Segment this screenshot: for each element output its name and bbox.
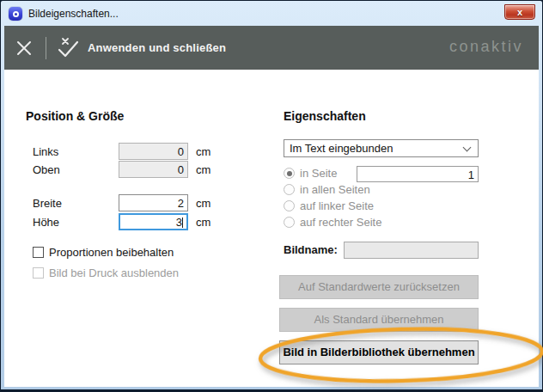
text-mode-select[interactable]: Im Text eingebunden [284,139,479,157]
oben-label: Oben [33,163,60,176]
set-as-default-button: Als Standard übernehmen [279,308,479,332]
app-icon-ring [13,11,19,17]
radio-auf-rechter-seite-label: auf rechter Seite [300,216,381,229]
radio-icon [284,217,295,228]
page-number-input[interactable]: 1 [357,166,479,182]
dialog-window: Bildeigenschaften... x Anwenden und schl… [0,0,543,392]
druck-ausblenden-checkbox-label: Bild bei Druck ausblenden [49,266,179,279]
eigenschaften-heading: Eigenschaften [284,109,366,123]
window-title: Bildeigenschaften... [28,8,119,20]
bildname-input [344,242,479,259]
breite-input[interactable]: 2 [119,194,188,211]
apply-and-close-label: Anwenden und schließen [88,41,226,54]
hoehe-value: 3 [176,216,182,229]
proportionen-checkbox-label: Proportionen beibehalten [49,246,174,259]
apply-and-close-button[interactable]: Anwenden und schließen [57,35,226,61]
toolbar: Anwenden und schließen conaktiv [4,26,539,70]
radio-in-allen-seiten-label: in allen Seiten [300,183,370,196]
druck-ausblenden-checkbox: Bild bei Druck ausblenden [33,266,179,279]
radio-in-allen-seiten: in allen Seiten [284,183,370,196]
proportionen-checkbox[interactable]: Proportionen beibehalten [33,246,174,259]
radio-auf-linker-seite-label: auf linker Seite [300,199,374,212]
breite-unit: cm [196,197,210,210]
close-button[interactable]: x [504,4,535,20]
radio-in-seite: in Seite [284,167,337,180]
bildname-label: Bildname: [284,243,338,256]
cancel-icon[interactable] [15,39,34,58]
links-unit: cm [196,145,210,158]
links-label: Links [33,145,58,158]
toolbar-divider [46,37,46,59]
hoehe-unit: cm [196,216,210,229]
checkbox-box-icon [33,267,44,279]
oben-unit: cm [196,163,210,176]
checkbox-box-icon [33,247,44,258]
radio-in-seite-label: in Seite [300,167,337,180]
conaktiv-logo: conaktiv [449,38,523,56]
add-to-image-library-button[interactable]: Bild in Bilderbibliothek übernehmen [279,340,479,364]
text-mode-select-value: Im Text eingebunden [290,142,393,155]
radio-selected-icon [284,168,295,179]
position-size-heading: Position & Größe [26,109,124,123]
reset-defaults-button: Auf Standardwerte zurücksetzen [279,275,479,299]
dialog-client-area: Anwenden und schließen conaktiv Position… [4,26,539,387]
links-input: 0 [119,143,188,160]
title-bar[interactable]: Bildeigenschaften... x [4,3,539,25]
radio-auf-rechter-seite: auf rechter Seite [284,216,381,229]
radio-icon [284,184,295,195]
text-caret [182,217,183,228]
hoehe-input[interactable]: 3 [119,213,188,230]
app-icon [9,7,22,21]
apply-check-icon [57,35,81,61]
hoehe-label: Höhe [33,216,59,229]
oben-input: 0 [119,161,188,178]
radio-icon [284,200,295,211]
breite-label: Breite [33,197,62,210]
chevron-down-icon [463,144,472,152]
radio-auf-linker-seite: auf linker Seite [284,199,374,212]
